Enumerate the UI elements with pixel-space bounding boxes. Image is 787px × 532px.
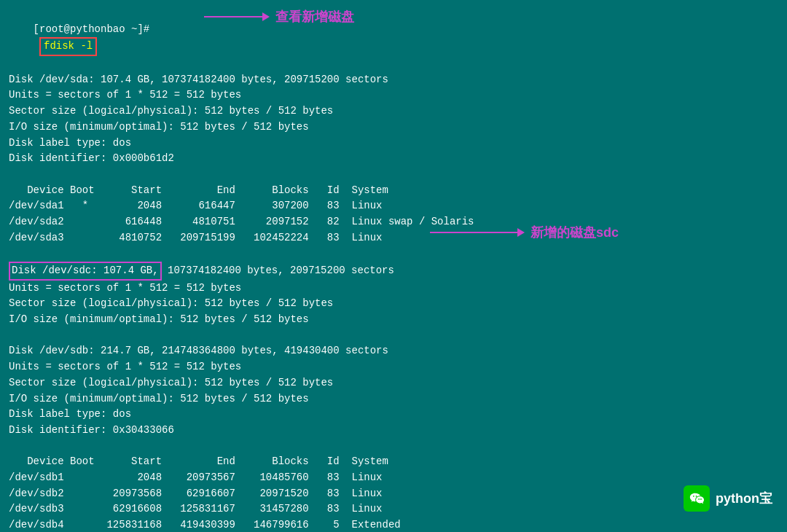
disk-sda-line3: Sector size (logical/physical): 512 byte… — [9, 103, 778, 120]
annotation1-text: 查看新增磁盘 — [275, 8, 354, 26]
sdc-highlight: Disk /dev/sdc: 107.4 GB, — [9, 262, 162, 281]
watermark-text: python宝 — [716, 490, 772, 507]
disk-sdb-line6: Disk identifier: 0x30433066 — [9, 423, 778, 439]
disk-sda-line6: Disk identifier: 0x000b61d2 — [9, 151, 778, 167]
table-sdb-row4: /dev/sdb4 125831168 419430399 146799616 … — [9, 517, 778, 532]
disk-sdb-line4: I/O size (minimum/optimal): 512 bytes / … — [9, 391, 778, 407]
annotation1-container: 查看新增磁盘 — [204, 8, 354, 26]
table-sda-row3: /dev/sda3 4810752 209715199 102452224 83… — [9, 230, 778, 246]
disk-sda-line1: Disk /dev/sda: 107.4 GB, 107374182400 by… — [9, 72, 778, 88]
wechat-icon — [684, 485, 710, 512]
disk-sdb-line5: Disk label type: dos — [9, 407, 778, 423]
table-sdb-row2: /dev/sdb2 20973568 62916607 20971520 83 … — [9, 486, 778, 502]
watermark-container: python宝 — [684, 485, 772, 512]
table-sda-row1: /dev/sda1 * 2048 616447 307200 83 Linux — [9, 198, 778, 214]
disk-sdb-line2: Units = sectors of 1 * 512 = 512 bytes — [9, 359, 778, 375]
arrow1-head — [262, 12, 270, 21]
line-prompt1: [root@pythonbao ~]# fdisk -l — [9, 6, 778, 72]
disk-sdc-line1: Disk /dev/sdc: 107.4 GB, 107374182400 by… — [9, 262, 778, 281]
table-sdb-row1: /dev/sdb1 2048 20973567 10485760 83 Linu… — [9, 470, 778, 486]
table-sdb-row3: /dev/sdb3 62916608 125831167 31457280 83… — [9, 501, 778, 517]
annotation2-container: 新增的磁盘sdc — [430, 224, 619, 241]
blank2 — [9, 246, 778, 262]
prompt1: [root@pythonbao ~]# — [34, 23, 150, 35]
command-box: fdisk -l — [34, 40, 98, 52]
arrow2-head — [517, 228, 525, 237]
terminal-window: [root@pythonbao ~]# fdisk -l Disk /dev/s… — [0, 0, 787, 532]
disk-sda-line4: I/O size (minimum/optimal): 512 bytes / … — [9, 120, 778, 136]
blank3 — [9, 328, 778, 344]
arrow1-line — [204, 16, 262, 17]
disk-sdc-line4: I/O size (minimum/optimal): 512 bytes / … — [9, 312, 778, 328]
disk-sda-line2: Units = sectors of 1 * 512 = 512 bytes — [9, 87, 778, 103]
table-sda-header: Device Boot Start End Blocks Id System — [9, 183, 778, 199]
disk-sdb-line1: Disk /dev/sdb: 214.7 GB, 214748364800 by… — [9, 343, 778, 359]
table-sdb-header: Device Boot Start End Blocks Id System — [9, 454, 778, 470]
disk-sda-line5: Disk label type: dos — [9, 136, 778, 152]
blank1 — [9, 167, 778, 183]
table-sda-row2: /dev/sda2 616448 4810751 2097152 82 Linu… — [9, 214, 778, 230]
disk-sdc-line3: Sector size (logical/physical): 512 byte… — [9, 296, 778, 312]
arrow2-line — [430, 232, 517, 233]
disk-sdc-line2: Units = sectors of 1 * 512 = 512 bytes — [9, 281, 778, 297]
fdisk-command: fdisk -l — [39, 37, 97, 56]
blank4 — [9, 439, 778, 455]
disk-sdb-line3: Sector size (logical/physical): 512 byte… — [9, 375, 778, 391]
annotation2-text: 新增的磁盘sdc — [530, 224, 619, 241]
sdc-rest: 107374182400 bytes, 209715200 sectors — [162, 265, 394, 276]
